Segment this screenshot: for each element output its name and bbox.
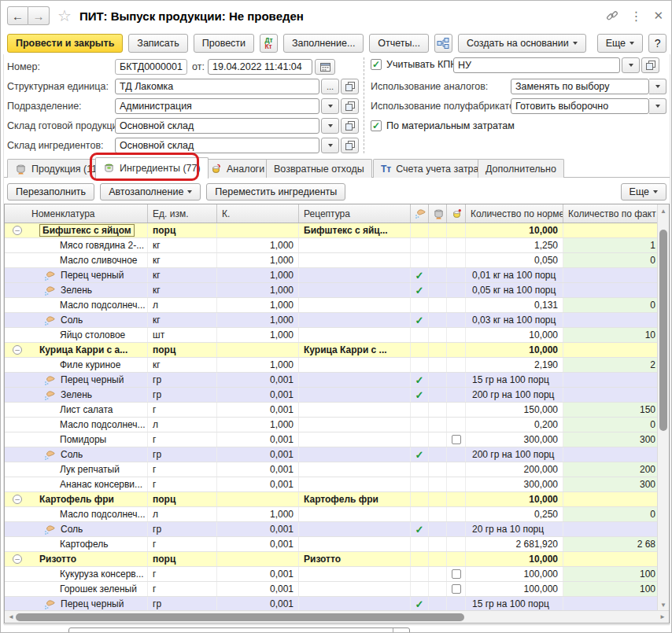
ingredient-flag-cell[interactable] <box>447 552 466 566</box>
horizontal-scrollbar[interactable]: ◄ ► <box>5 610 669 623</box>
open-button[interactable] <box>641 57 659 73</box>
k-cell[interactable]: 0,001 <box>217 522 299 536</box>
unit-cell[interactable]: г <box>148 567 217 581</box>
unit-cell[interactable]: г <box>148 477 217 491</box>
cook-flag-cell[interactable] <box>429 313 447 327</box>
nomenclature-cell[interactable]: Кукуруза консерв... <box>5 567 148 581</box>
open-button[interactable] <box>341 138 359 153</box>
fact-qty-cell[interactable]: 0 <box>563 298 658 312</box>
ingredient-row[interactable]: Филе куриноекг1,0002,1902 <box>5 358 658 373</box>
k-cell[interactable]: 0,001 <box>217 597 299 611</box>
unit-cell[interactable]: кг <box>148 238 217 252</box>
move-ingredients-button[interactable]: Переместить ингредиенты <box>206 183 345 201</box>
post-button[interactable]: Провести <box>194 34 254 53</box>
recipe-cell[interactable]: Картофель фри <box>299 492 411 506</box>
collapse-icon[interactable]: – <box>13 495 22 504</box>
spice-flag-cell[interactable] <box>411 552 429 566</box>
cook-flag-cell[interactable] <box>429 507 447 521</box>
nomenclature-cell[interactable]: –Бифштекс с яйцом <box>5 223 148 237</box>
ingredient-row[interactable]: Перец черныйгр0,001✓15 гр на 100 порц <box>5 373 658 388</box>
spice-flag-cell[interactable] <box>411 567 429 581</box>
group-row[interactable]: –Курица Карри с а...порцКурица Карри с .… <box>5 343 658 358</box>
warehouse-finished-dropdown-button[interactable] <box>321 118 339 134</box>
horizontal-scroll-thumb[interactable] <box>16 613 464 621</box>
ingredient-flag-cell[interactable] <box>447 298 466 312</box>
cook-flag-cell[interactable] <box>429 597 447 611</box>
fact-qty-cell[interactable]: 300 <box>563 432 658 447</box>
ingredient-flag-cell[interactable] <box>447 268 466 282</box>
nomenclature-cell[interactable]: Масло сливочное <box>5 253 148 267</box>
ingredient-row[interactable]: Зеленьгр0,001✓200 гр на 100 порц <box>5 388 658 403</box>
department-dropdown-button[interactable] <box>321 98 339 114</box>
ingredient-flag-cell[interactable] <box>447 238 466 252</box>
unit-cell[interactable]: кг <box>148 358 217 372</box>
cook-flag-cell[interactable] <box>429 328 447 342</box>
recipe-cell[interactable] <box>299 283 411 297</box>
spice-flag-cell[interactable] <box>411 253 429 267</box>
unit-cell[interactable]: л <box>148 418 217 432</box>
tab-return-waste[interactable]: Возвратные отходы <box>266 159 372 178</box>
post-and-close-button[interactable]: Провести и закрыть <box>7 34 123 53</box>
fact-qty-cell[interactable] <box>563 373 658 387</box>
material-costs-checkbox[interactable]: ✓ <box>371 120 382 131</box>
save-button[interactable]: Записать <box>128 34 187 53</box>
ingredient-flag-cell[interactable] <box>447 343 466 357</box>
ingredient-row[interactable]: Масло подсолнеч...л1,0000,2500 <box>5 507 658 522</box>
semifinished-usage-field[interactable]: Готовить выборочно <box>511 98 649 114</box>
ingredient-row[interactable]: Перец черныйкг1,000✓0,01 кг на 100 порц <box>5 268 658 283</box>
fact-qty-cell[interactable] <box>563 313 658 327</box>
k-cell[interactable]: 1,000 <box>217 253 299 267</box>
nomenclature-cell[interactable]: –Картофель фри <box>5 492 148 506</box>
recipe-cell[interactable] <box>299 268 411 282</box>
recipe-cell[interactable] <box>299 373 411 387</box>
norm-qty-cell[interactable]: 2 681,920 <box>466 537 563 551</box>
cook-flag-cell[interactable] <box>429 492 447 506</box>
open-button[interactable] <box>341 79 359 94</box>
ingredient-row[interactable]: Сольгр0,001✓20 гр на 10 порц <box>5 522 658 537</box>
norm-qty-cell[interactable]: 20 гр на 10 порц <box>466 522 563 536</box>
k-cell[interactable]: 1,000 <box>217 358 299 372</box>
ingredient-flag-cell[interactable] <box>447 567 466 581</box>
ingredient-row[interactable]: Кукуруза консерв...г0,001100,000100 <box>5 567 658 582</box>
ingredient-row[interactable]: Помидорыг0,001300,000300 <box>5 432 658 447</box>
unit-cell[interactable]: кг <box>148 253 217 267</box>
unit-cell[interactable]: л <box>148 507 217 521</box>
link-icon[interactable] <box>606 9 618 22</box>
column-k[interactable]: К. <box>217 204 299 223</box>
recipe-cell[interactable]: Курица Карри с ... <box>299 343 411 357</box>
norm-qty-cell[interactable]: 200,000 <box>466 462 563 477</box>
spice-flag-cell[interactable] <box>411 343 429 357</box>
unit-cell[interactable]: порц <box>148 343 217 357</box>
help-button[interactable]: ? <box>648 34 666 53</box>
scroll-up-icon[interactable]: ▲ <box>660 208 666 215</box>
ingredient-row[interactable]: Зеленькг1,000✓0,05 кг на 100 порц <box>5 283 658 298</box>
hand-sprinkle-icon[interactable] <box>411 204 429 223</box>
ingredient-row[interactable]: Картофельг0,0012 681,9202 68 <box>5 537 658 552</box>
create-based-on-button[interactable]: Создать на основании <box>458 34 586 53</box>
analogs-dropdown-button[interactable] <box>649 79 666 94</box>
fact-qty-cell[interactable] <box>563 492 658 506</box>
nomenclature-cell[interactable]: Горошек зеленый <box>5 582 148 596</box>
warehouse-ingredients-field[interactable]: Основной склад <box>115 138 319 153</box>
nomenclature-cell[interactable]: Лист салата <box>5 403 148 417</box>
unit-cell[interactable]: кг <box>148 268 217 282</box>
nomenclature-cell[interactable]: Зелень <box>5 388 148 402</box>
dtkt-postings-button[interactable]: ДтКт <box>260 34 278 53</box>
k-cell[interactable]: 0,001 <box>217 373 299 387</box>
fact-qty-cell[interactable]: 150 <box>563 403 658 417</box>
unit-cell[interactable]: порц <box>148 552 217 566</box>
k-cell[interactable]: 1,000 <box>217 238 299 252</box>
nomenclature-cell[interactable]: Мясо говядина 2-... <box>5 238 148 252</box>
cook-flag-cell[interactable] <box>429 343 447 357</box>
k-cell[interactable] <box>217 223 299 237</box>
cook-flag-cell[interactable] <box>429 477 447 491</box>
scroll-down-icon[interactable]: ▼ <box>660 602 666 609</box>
group-row[interactable]: –Бифштекс с яйцомпорцБифштекс с яйц...10… <box>5 223 658 238</box>
recipe-cell[interactable] <box>299 313 411 327</box>
structure-fill-button[interactable] <box>434 34 452 53</box>
recipe-cell[interactable] <box>299 418 411 432</box>
calendar-button[interactable] <box>315 59 335 75</box>
cook-flag-cell[interactable] <box>429 238 447 252</box>
warehouse-finished-field[interactable]: Основной склад <box>115 118 319 134</box>
k-cell[interactable]: 0,001 <box>217 537 299 551</box>
